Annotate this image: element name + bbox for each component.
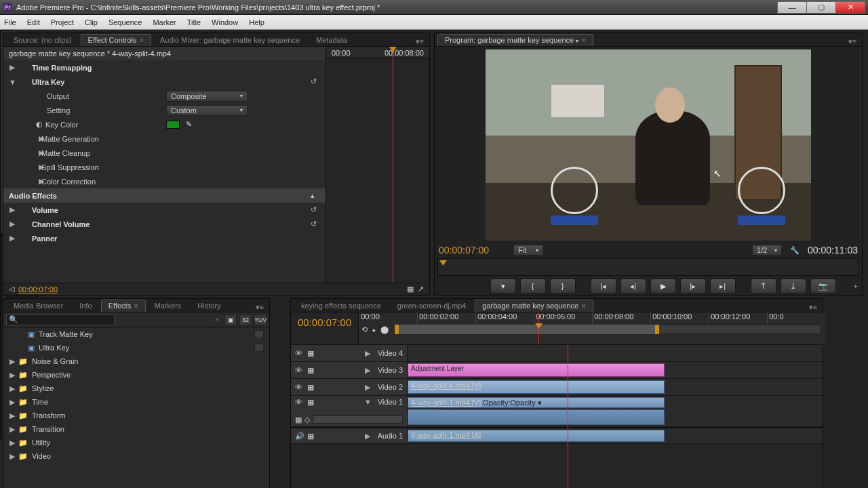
disclosure-icon[interactable]: ▶	[364, 349, 371, 358]
setting-dropdown[interactable]: Custom	[166, 105, 248, 116]
tab-sequence-2[interactable]: garbage matte key sequence×	[475, 300, 593, 312]
tab-audio-mixer[interactable]: Audio Mixer: garbage matte key sequence	[153, 34, 307, 46]
track-display-icon[interactable]: ▦	[295, 415, 302, 424]
effects-folder[interactable]: ▶📁Noise & Grain	[3, 354, 269, 368]
toggle-icon[interactable]: ↗	[418, 285, 424, 293]
program-viewer[interactable]: ↖	[486, 49, 811, 241]
tab-history[interactable]: History	[190, 300, 228, 312]
maximize-button[interactable]: ▢	[806, 1, 836, 14]
mark-out-point-button[interactable]: }	[550, 279, 576, 293]
toggle-track-output-icon[interactable]: 👁	[295, 383, 303, 391]
accelerated-effects-icon[interactable]: ▣	[224, 314, 237, 325]
toggle-sync-lock-icon[interactable]: ▦	[307, 383, 314, 392]
effects-search-input[interactable]	[6, 314, 115, 325]
playback-resolution-dropdown[interactable]: 1/2	[752, 245, 782, 256]
panner-row[interactable]: Panner	[18, 235, 57, 243]
settings-icon[interactable]: 🔧	[790, 246, 800, 255]
keyframe-icon[interactable]: ◇	[304, 415, 310, 424]
track-label-v1[interactable]: Video 1	[378, 398, 403, 406]
close-icon[interactable]: ×	[140, 36, 144, 44]
panel-menu-icon[interactable]: ▾≡	[413, 37, 427, 46]
toggle-sync-lock-icon[interactable]: ▦	[307, 432, 314, 441]
clip-v1[interactable]: 4-way-split-1.mp4 [V] Opacity:Opacity ▾	[408, 397, 665, 408]
effects-folder[interactable]: ▶📁Stylize	[3, 382, 269, 395]
step-forward-button[interactable]: |▸	[680, 279, 706, 293]
effects-folder[interactable]: ▶📁Transition	[3, 422, 269, 436]
effects-preset[interactable]: ▣Track Matte Key	[3, 327, 269, 341]
menu-window[interactable]: Window	[212, 18, 238, 26]
clip-adjustment-layer[interactable]: Adjustment Layer	[408, 363, 665, 377]
tab-sequence-0[interactable]: keying effects sequence	[294, 300, 389, 312]
step-back-button[interactable]: ◂|	[620, 279, 646, 293]
menu-edit[interactable]: Edit	[27, 18, 40, 26]
disclosure-icon[interactable]: ▶	[9, 63, 16, 72]
close-button[interactable]: ✕	[835, 1, 865, 14]
go-to-out-button[interactable]: ▸|	[710, 279, 736, 293]
lift-button[interactable]: ⤒	[751, 279, 776, 293]
output-dropdown[interactable]: Composite	[166, 91, 248, 102]
time-remapping-row[interactable]: Time Remapping	[18, 64, 92, 72]
disclosure-icon[interactable]: ▶	[9, 148, 39, 157]
reset-icon[interactable]: ↺	[311, 220, 320, 228]
toggle-track-output-icon[interactable]: 👁	[295, 398, 303, 406]
minimize-button[interactable]: —	[777, 1, 807, 14]
disclosure-icon[interactable]: ▶	[9, 205, 16, 214]
track-label-a1[interactable]: Audio 1	[378, 432, 403, 440]
program-timecode-in[interactable]: 00:00:07:00	[439, 245, 489, 256]
effect-controls-timecode[interactable]: 00:00:07:00	[18, 285, 58, 293]
mark-in-button[interactable]: ▾	[490, 279, 516, 293]
menu-project[interactable]: Project	[51, 18, 74, 26]
matte-cleanup-row[interactable]: Matte Cleanup	[41, 149, 90, 157]
disclosure-icon[interactable]: ▶	[9, 134, 39, 143]
toggle-track-output-icon[interactable]: 🔊	[295, 432, 303, 441]
play-button[interactable]: ▶	[650, 279, 676, 293]
panel-menu-icon[interactable]: ▾≡	[253, 303, 267, 312]
add-button-icon[interactable]: +	[854, 282, 858, 290]
marker-icon[interactable]: ⬥	[372, 325, 376, 333]
menu-help[interactable]: Help	[249, 18, 264, 26]
clip-a1[interactable]: 4-way-split-1.mp4 [A]	[408, 430, 665, 442]
reset-icon[interactable]: ↺	[311, 77, 320, 86]
timeline-playhead-icon[interactable]	[538, 312, 539, 344]
effects-preset[interactable]: ▣Ultra Key	[3, 341, 269, 354]
tab-program[interactable]: Program: garbage matte key sequence ▾×	[437, 34, 593, 46]
toggle-sync-lock-icon[interactable]: ▦	[307, 398, 314, 407]
tab-metadata[interactable]: Metadata	[309, 34, 355, 46]
toggle-icon[interactable]: ▦	[407, 285, 414, 293]
menu-marker[interactable]: Marker	[153, 18, 176, 26]
disclosure-icon[interactable]: ▶	[9, 220, 16, 228]
collapse-icon[interactable]: ▴	[311, 191, 320, 200]
effects-folder[interactable]: ▶📁Transform	[3, 409, 269, 422]
32bit-badge-icon[interactable]: 32	[239, 314, 252, 325]
tab-source[interactable]: Source: (no clips)	[6, 34, 79, 46]
tab-effect-controls[interactable]: Effect Controls×	[81, 34, 151, 46]
ultra-key-row[interactable]: Ultra Key	[18, 78, 64, 86]
disclosure-icon[interactable]: ▶	[9, 234, 16, 243]
effects-folder[interactable]: ▶📁Perspective	[3, 368, 269, 382]
channel-volume-row[interactable]: Channel Volume	[18, 220, 90, 228]
yuv-badge-icon[interactable]: YUV	[254, 314, 267, 325]
effects-folder[interactable]: ▶📁Video	[3, 449, 269, 463]
timeline-ruler[interactable]: 00:0000:00:02:0000:00:04:0000:00:06:0000…	[359, 312, 825, 344]
effects-folder[interactable]: ▶📁Utility	[3, 436, 269, 449]
spill-suppression-row[interactable]: Spill Suppression	[41, 163, 99, 171]
disclosure-icon[interactable]: ▶	[364, 432, 371, 441]
close-icon[interactable]: ×	[581, 36, 585, 44]
reset-icon[interactable]: ↺	[311, 205, 320, 214]
panel-menu-icon[interactable]: ▾≡	[806, 303, 820, 312]
track-label-v2[interactable]: Video 2	[378, 383, 403, 391]
volume-row[interactable]: Volume	[18, 206, 58, 214]
close-icon[interactable]: ×	[134, 302, 138, 310]
disclosure-icon[interactable]: ▶	[9, 163, 39, 171]
playhead-icon[interactable]	[393, 47, 393, 283]
disclosure-icon[interactable]: ▶	[364, 366, 371, 375]
toggle-track-output-icon[interactable]: 👁	[295, 349, 303, 357]
extract-button[interactable]: ⤓	[781, 279, 806, 293]
snap-icon[interactable]: ⟲	[361, 325, 368, 334]
clip-v2[interactable]: 4-way-split-4.mp4 [V]	[408, 380, 665, 394]
disclosure-icon[interactable]: ▶	[364, 383, 371, 392]
toggle-track-output-icon[interactable]: 👁	[295, 366, 303, 374]
disclosure-icon[interactable]: ▶	[9, 177, 39, 186]
effect-controls-timeline[interactable]: 00:0000:00:08:00	[326, 47, 429, 295]
tab-sequence-1[interactable]: green-screen-dj.mp4	[390, 300, 474, 312]
